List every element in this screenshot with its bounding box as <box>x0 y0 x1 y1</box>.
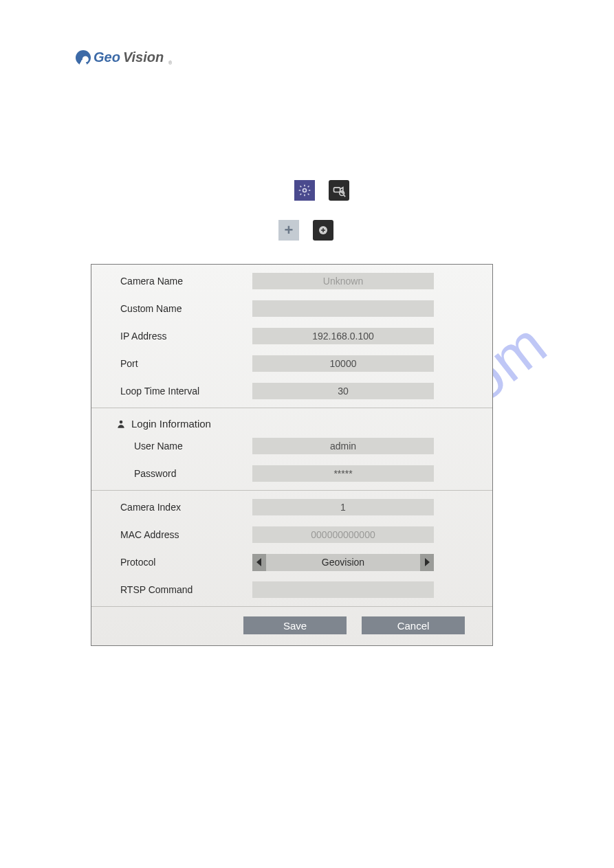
add-camera-icon[interactable] <box>313 220 333 241</box>
chevron-left-icon[interactable] <box>252 554 266 571</box>
settings-icon[interactable] <box>294 180 315 201</box>
login-info-header: Login Information <box>91 411 492 432</box>
chevron-right-icon[interactable] <box>420 554 434 571</box>
login-info-title: Login Information <box>131 418 211 430</box>
loop-interval-label: Loop Time Interval <box>91 386 252 397</box>
save-button[interactable]: Save <box>243 616 347 634</box>
logo-registered: ® <box>168 60 173 65</box>
camera-name-label: Camera Name <box>91 276 252 287</box>
plus-icon[interactable]: + <box>278 220 299 241</box>
mac-address-field[interactable]: 000000000000 <box>252 526 434 543</box>
ip-address-field[interactable]: 192.168.0.100 <box>252 328 434 344</box>
camera-search-icon[interactable] <box>329 180 349 201</box>
logo-mark-icon <box>76 50 91 65</box>
custom-name-field[interactable] <box>252 300 434 317</box>
loop-interval-field[interactable]: 30 <box>252 383 434 399</box>
protocol-label: Protocol <box>91 557 252 568</box>
password-field[interactable]: ***** <box>252 465 434 482</box>
logo-text-geo: Geo <box>94 49 120 65</box>
svg-point-4 <box>120 420 123 423</box>
rtsp-command-field[interactable] <box>252 581 434 598</box>
port-field[interactable]: 10000 <box>252 355 434 372</box>
ip-address-label: IP Address <box>91 331 252 342</box>
geovision-logo: GeoVision ® <box>76 49 173 65</box>
mac-address-label: MAC Address <box>91 529 252 540</box>
cancel-button[interactable]: Cancel <box>362 616 465 634</box>
protocol-value: Geovision <box>322 557 364 568</box>
camera-name-field[interactable]: Unknown <box>252 273 434 289</box>
user-name-field[interactable]: admin <box>252 438 434 454</box>
password-label: Password <box>91 468 252 479</box>
svg-rect-1 <box>334 188 340 192</box>
add-camera-dialog: Camera Name Unknown Custom Name IP Addre… <box>91 264 493 646</box>
camera-index-label: Camera Index <box>91 502 252 513</box>
svg-marker-6 <box>425 558 430 566</box>
user-name-label: User Name <box>91 441 252 452</box>
user-icon <box>116 419 126 430</box>
port-label: Port <box>91 358 252 369</box>
camera-index-field[interactable]: 1 <box>252 499 434 515</box>
svg-point-0 <box>303 189 307 192</box>
custom-name-label: Custom Name <box>91 303 252 314</box>
protocol-selector[interactable]: Geovision <box>252 554 434 571</box>
logo-text-vision: Vision <box>123 49 164 65</box>
rtsp-command-label: RTSP Command <box>91 584 252 595</box>
svg-marker-5 <box>256 558 261 566</box>
plus-glyph: + <box>285 221 294 239</box>
